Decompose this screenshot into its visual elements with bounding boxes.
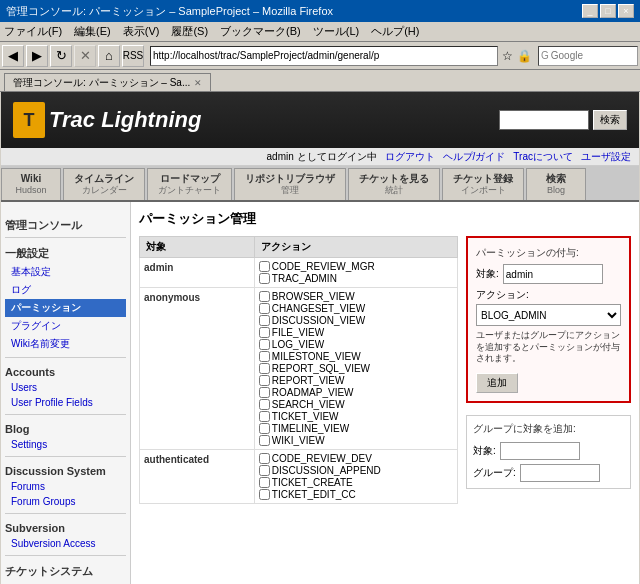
checkbox-ticket-edit-cc[interactable] (259, 489, 270, 500)
tab-browser[interactable]: リポジトリブラウザ 管理 (234, 168, 346, 200)
sidebar-item-kihon[interactable]: 基本設定 (5, 263, 126, 281)
tab-newticket[interactable]: チケット登録 インポート (442, 168, 524, 200)
browser-tab-bar: 管理コンソール: パーミッション – Sa... ✕ (0, 70, 640, 92)
sidebar-section-ticket: チケットシステム (5, 564, 126, 579)
checkbox-code-review-mgr[interactable] (259, 261, 270, 272)
star-icon[interactable]: ☆ (502, 49, 513, 63)
browser-toolbar: ◀ ▶ ↻ ✕ ⌂ RSS ☆ 🔒 G (0, 42, 640, 70)
checkbox-trac-admin[interactable] (259, 273, 270, 284)
group-name-input[interactable] (520, 464, 600, 482)
tab-close-icon[interactable]: ✕ (194, 78, 202, 88)
sidebar-item-wiki-rename[interactable]: Wiki名前変更 (5, 335, 126, 353)
tab-label: 管理コンソール: パーミッション – Sa... (13, 76, 190, 90)
menu-help[interactable]: ヘルプ(H) (371, 24, 419, 39)
perm-label: REPORT_SQL_VIEW (272, 363, 370, 374)
checkbox-changeset-view[interactable] (259, 303, 270, 314)
tab-timeline[interactable]: タイムライン カレンダー (63, 168, 145, 200)
page-title: パーミッション管理 (139, 210, 256, 228)
menu-tools[interactable]: ツール(L) (313, 24, 359, 39)
sidebar-item-log[interactable]: ログ (5, 281, 126, 299)
content-area: 管理コンソール 一般設定 基本設定 ログ パーミッション プラグイン Wiki名… (1, 202, 639, 584)
tab-newticket-sub: インポート (461, 185, 506, 196)
panel-note: ユーザまたはグループにアクションを追加するとパーミッションが付与されます。 (476, 330, 621, 365)
maximize-button[interactable]: □ (600, 4, 616, 18)
menu-view[interactable]: 表示(V) (123, 24, 160, 39)
tab-roadmap[interactable]: ロードマップ ガントチャート (147, 168, 232, 200)
settings-link[interactable]: ユーザ設定 (581, 150, 631, 164)
reload-button[interactable]: ↻ (50, 45, 72, 67)
checkbox-timeline-view[interactable] (259, 423, 270, 434)
checkbox-search-view[interactable] (259, 399, 270, 410)
logo-letter: T (24, 110, 35, 131)
menu-bookmarks[interactable]: ブックマーク(B) (220, 24, 301, 39)
checkbox-code-review-dev[interactable] (259, 453, 270, 464)
sidebar-item-profile-fields[interactable]: User Profile Fields (5, 395, 126, 410)
tab-roadmap-main: ロードマップ (160, 173, 220, 185)
checkbox-milestone-view[interactable] (259, 351, 270, 362)
checkbox-file-view[interactable] (259, 327, 270, 338)
perm-label: TRAC_ADMIN (272, 273, 337, 284)
sidebar-item-forum-groups[interactable]: Forum Groups (5, 494, 126, 509)
add-permission-button[interactable]: 追加 (476, 373, 518, 393)
group-subject-input[interactable] (500, 442, 580, 460)
table-row: authenticated CODE_REVIEW_DEV DISCUSSION… (140, 450, 458, 504)
perm-label: CODE_REVIEW_DEV (272, 453, 372, 464)
checkbox-roadmap-view[interactable] (259, 387, 270, 398)
browser-tab[interactable]: 管理コンソール: パーミッション – Sa... ✕ (4, 73, 211, 91)
trac-search-input[interactable] (499, 110, 589, 130)
sidebar-divider-4 (5, 513, 126, 514)
action-field-label: アクション: (476, 288, 621, 302)
menu-edit[interactable]: 編集(E) (74, 24, 111, 39)
user-bar: admin としてログイン中 ログアウト ヘルプ/ガイド Tracについて ユー… (1, 148, 639, 166)
checkbox-ticket-view[interactable] (259, 411, 270, 422)
perm-label: CODE_REVIEW_MGR (272, 261, 375, 272)
window-controls[interactable]: _ □ × (582, 4, 634, 18)
perm-row: CHANGESET_VIEW (259, 303, 453, 314)
checkbox-browser-view[interactable] (259, 291, 270, 302)
address-input[interactable] (150, 46, 498, 66)
perm-row: TICKET_EDIT_CC (259, 489, 453, 500)
menu-history[interactable]: 履歴(S) (171, 24, 208, 39)
tab-timeline-sub: カレンダー (82, 185, 127, 196)
checkbox-log-view[interactable] (259, 339, 270, 350)
sidebar-section-accounts: Accounts (5, 366, 126, 378)
trac-header: T Trac Lightning 検索 (1, 92, 639, 148)
about-link[interactable]: Tracについて (513, 150, 573, 164)
tab-tickets[interactable]: チケットを見る 統計 (348, 168, 440, 200)
checkbox-report-sql-view[interactable] (259, 363, 270, 374)
table-row: admin CODE_REVIEW_MGR TRAC_ADMIN (140, 258, 458, 288)
tab-browser-main: リポジトリブラウザ (245, 173, 335, 185)
help-link[interactable]: ヘルプ/ガイド (443, 150, 506, 164)
perm-label: LOG_VIEW (272, 339, 324, 350)
forward-button[interactable]: ▶ (26, 45, 48, 67)
perm-row: WIKI_VIEW (259, 435, 453, 446)
sidebar-item-forums[interactable]: Forums (5, 479, 126, 494)
rss-button[interactable]: RSS (122, 45, 144, 67)
checkbox-wiki-view[interactable] (259, 435, 270, 446)
back-button[interactable]: ◀ (2, 45, 24, 67)
minimize-button[interactable]: _ (582, 4, 598, 18)
subject-input[interactable] (503, 264, 603, 284)
action-select[interactable]: BLOG_ADMIN BROWSER_VIEW CHANGESET_VIEW C… (476, 304, 621, 326)
tab-wiki[interactable]: Wiki Hudson (1, 168, 61, 200)
close-button[interactable]: × (618, 4, 634, 18)
checkbox-discussion-append[interactable] (259, 465, 270, 476)
trac-search-button[interactable]: 検索 (593, 110, 627, 130)
perm-row: REPORT_VIEW (259, 375, 453, 386)
sidebar-item-users[interactable]: Users (5, 380, 126, 395)
checkbox-discussion-view[interactable] (259, 315, 270, 326)
logout-link[interactable]: ログアウト (385, 150, 435, 164)
google-search-input[interactable] (551, 50, 640, 61)
sidebar-item-plugin[interactable]: プラグイン (5, 317, 126, 335)
checkbox-ticket-create[interactable] (259, 477, 270, 488)
sidebar-item-blog-settings[interactable]: Settings (5, 437, 126, 452)
tab-search[interactable]: 検索 Blog (526, 168, 586, 200)
checkbox-report-view[interactable] (259, 375, 270, 386)
home-button[interactable]: ⌂ (98, 45, 120, 67)
stop-button[interactable]: ✕ (74, 45, 96, 67)
menu-file[interactable]: ファイル(F) (4, 24, 62, 39)
sidebar-item-svn-access[interactable]: Subversion Access (5, 536, 126, 551)
permission-table-area: 対象 アクション admin CODE_ (139, 236, 458, 504)
sidebar-item-permission[interactable]: パーミッション (5, 299, 126, 317)
sidebar-section-discussion: Discussion System (5, 465, 126, 477)
